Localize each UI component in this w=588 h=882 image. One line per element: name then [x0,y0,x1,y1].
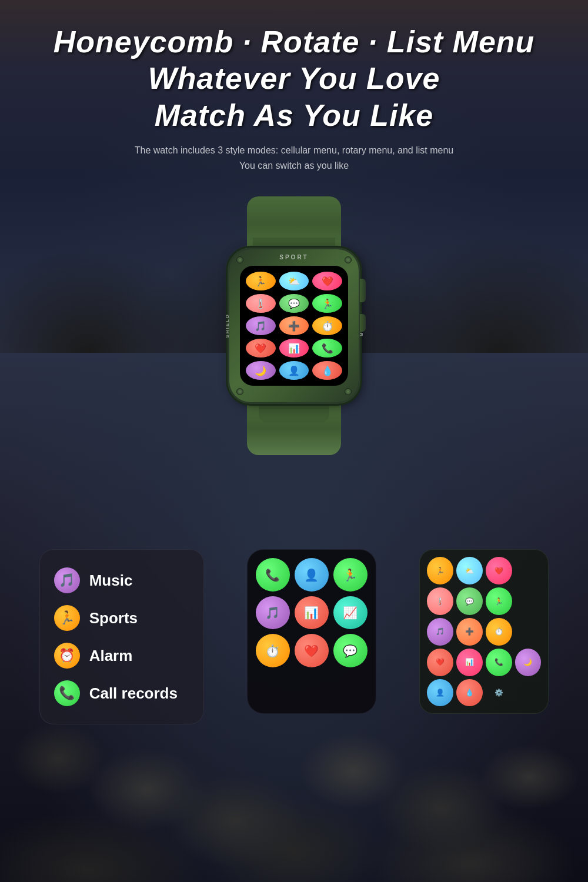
screw-br [345,388,352,395]
page-content: Honeycomb · Rotate · List Menu Whatever … [0,0,588,882]
watch-app-icon-sleep: 🌙 [246,361,276,380]
screw-tr [345,256,352,263]
watch-app-icon-call: 📞 [312,339,342,358]
watch-app-icon-timer: ⏱️ [312,316,342,335]
honey-icon: 💧 [456,679,483,707]
list-item-label: Sports [89,609,138,627]
watch-app-icon-weather: ⛅ [279,272,309,290]
honey-icon: 📞 [486,649,512,676]
watch-container: SPORT POWER SHIELD 🏃⛅❤️🌡️💬🏃🎵➕⏱️❤️📊📞🌙👤💧 [0,196,588,526]
honey-icon: 🏃 [486,587,512,615]
rotate-menu-panel: 📞👤🏃🎵📊📈⏱️❤️💬 [247,549,376,714]
list-item-icon: 📞 [54,680,80,706]
watch-body: SPORT POWER SHIELD 🏃⛅❤️🌡️💬🏃🎵➕⏱️❤️📊📞🌙👤💧 [229,249,359,402]
watch-app-icon-music: 🎵 [246,316,276,335]
watch-app-icon-run: 🏃 [246,272,276,290]
honey-icon [515,618,542,646]
watch-app-icon-ecg: 📊 [279,339,309,358]
list-item-icon: 🎵 [54,567,80,593]
honey-icon: ➕ [456,618,483,646]
band-bottom [247,402,341,455]
subtitle-line1: The watch includes 3 style modes: cellul… [35,143,553,158]
honey-icon: ⚙️ [486,679,512,707]
list-item-label: Music [89,572,133,590]
honey-icon [515,679,542,707]
rotate-icon: 📞 [256,558,290,592]
honey-icon: ⛅ [456,557,483,584]
list-item-icon: 🏃 [54,605,80,631]
watch-app-icon-water: 💧 [312,361,342,380]
main-title: Honeycomb · Rotate · List Menu Whatever … [35,24,553,133]
rotate-icon: 📊 [295,596,329,630]
watch-app-icon-activity: 🏃 [312,294,342,313]
honey-icon: ⏱️ [486,618,512,646]
band-notch [259,402,329,423]
watch-outer: SPORT POWER SHIELD 🏃⛅❤️🌡️💬🏃🎵➕⏱️❤️📊📞🌙👤💧 [218,196,370,526]
honey-icon: 🎵 [427,618,453,646]
honey-icon: 🌡️ [427,587,453,615]
watch-sport-label: SPORT [279,254,308,260]
band-top [247,196,341,249]
screw-tl [236,256,243,263]
watch-screen: 🏃⛅❤️🌡️💬🏃🎵➕⏱️❤️📊📞🌙👤💧 [240,266,348,386]
list-item-label: Alarm [89,647,133,665]
rotate-icon: 📈 [333,596,368,630]
title-line2: Whatever You Love [35,60,553,96]
list-menu-panel: 🎵Music🏃Sports⏰Alarm📞Call records [39,549,204,724]
honey-icon [515,557,542,584]
honey-icon: 🏃 [427,557,453,584]
honey-icon: 📊 [456,649,483,676]
list-item-sports[interactable]: 🏃Sports [54,599,189,637]
honey-menu-panel: 🏃⛅❤️🌡️💬🏃🎵➕⏱️❤️📊📞🌙👤💧⚙️ [419,549,549,714]
rotate-icon: 💬 [333,634,368,667]
list-item-label: Call records [89,684,178,703]
watch-power-label: POWER [358,314,363,338]
rotate-icon: 👤 [295,558,329,592]
honey-icon: 👤 [427,679,453,707]
title-line3: Match As You Like [35,97,553,133]
rotate-icon: 🏃 [333,558,368,592]
honey-icon: ❤️ [427,649,453,676]
list-item-music[interactable]: 🎵Music [54,562,189,599]
rotate-icon: 🎵 [256,596,290,630]
list-item-alarm[interactable]: ⏰Alarm [54,637,189,674]
watch-app-icon-contact: 👤 [279,361,309,380]
screw-bl [236,388,243,395]
watch-app-icon-heart: ❤️ [312,272,342,290]
watch-app-icon-health: ➕ [279,316,309,335]
honey-icon [515,587,542,615]
watch-app-icon-message: 💬 [279,294,309,313]
rotate-icon: ❤️ [295,634,329,667]
watch-app-icon-heart2: ❤️ [246,339,276,358]
honey-icon: 🌙 [515,649,542,676]
bottom-section: 🎵Music🏃Sports⏰Alarm📞Call records 📞👤🏃🎵📊📈⏱… [0,532,588,742]
honey-icon: 💬 [456,587,483,615]
list-item-call-records[interactable]: 📞Call records [54,674,189,712]
rotate-icon: ⏱️ [256,634,290,667]
watch-app-icon-temperature: 🌡️ [246,294,276,313]
subtitle-line2: You can switch as you like [35,158,553,173]
header: Honeycomb · Rotate · List Menu Whatever … [0,0,588,185]
subtitle: The watch includes 3 style modes: cellul… [35,143,553,173]
watch-shield-label: SHIELD [225,314,230,338]
list-item-icon: ⏰ [54,643,80,669]
title-line1: Honeycomb · Rotate · List Menu [35,24,553,60]
honey-icon: ❤️ [486,557,512,584]
